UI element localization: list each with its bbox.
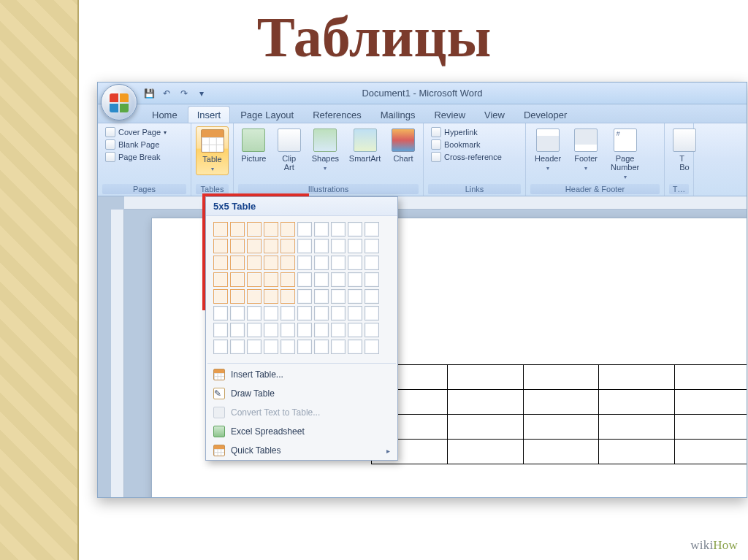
grid-cell[interactable] xyxy=(297,306,312,321)
insert-table-menu-item[interactable]: Insert Table... xyxy=(206,365,397,384)
grid-cell[interactable] xyxy=(348,306,362,321)
grid-cell[interactable] xyxy=(280,239,295,253)
table-grid-picker[interactable] xyxy=(206,216,397,361)
excel-spreadsheet-menu-item[interactable]: Excel Spreadsheet xyxy=(206,422,397,441)
grid-cell[interactable] xyxy=(297,340,312,354)
smartart-button[interactable]: SmartArt xyxy=(346,126,383,165)
grid-cell[interactable] xyxy=(264,323,278,337)
grid-cell[interactable] xyxy=(213,289,228,304)
grid-cell[interactable] xyxy=(264,222,278,237)
tab-view[interactable]: View xyxy=(476,107,514,123)
grid-cell[interactable] xyxy=(331,340,346,354)
grid-cell[interactable] xyxy=(297,272,312,287)
grid-cell[interactable] xyxy=(247,222,262,237)
grid-cell[interactable] xyxy=(264,272,278,287)
grid-cell[interactable] xyxy=(348,222,362,237)
grid-cell[interactable] xyxy=(247,323,262,337)
grid-cell[interactable] xyxy=(247,239,262,253)
grid-cell[interactable] xyxy=(365,239,379,253)
grid-cell[interactable] xyxy=(365,289,379,304)
blank-page-button[interactable]: Blank Page xyxy=(102,139,169,150)
tab-insert[interactable]: Insert xyxy=(188,106,231,123)
grid-cell[interactable] xyxy=(213,340,228,354)
grid-cell[interactable] xyxy=(264,306,278,321)
grid-cell[interactable] xyxy=(280,306,295,321)
grid-cell[interactable] xyxy=(297,222,312,237)
grid-cell[interactable] xyxy=(230,306,245,321)
grid-cell[interactable] xyxy=(314,323,329,337)
redo-icon[interactable]: ↷ xyxy=(178,88,190,99)
page-number-button[interactable]: Page Number xyxy=(606,126,644,183)
grid-cell[interactable] xyxy=(280,256,295,270)
grid-cell[interactable] xyxy=(348,272,362,287)
cover-page-button[interactable]: Cover Page ▾ xyxy=(102,126,169,138)
grid-cell[interactable] xyxy=(365,340,379,354)
grid-cell[interactable] xyxy=(331,323,346,337)
grid-cell[interactable] xyxy=(365,272,379,287)
hyperlink-button[interactable]: Hyperlink xyxy=(428,126,505,138)
grid-cell[interactable] xyxy=(348,323,362,337)
grid-cell[interactable] xyxy=(280,323,295,337)
grid-cell[interactable] xyxy=(348,256,362,270)
grid-cell[interactable] xyxy=(280,289,295,304)
draw-table-menu-item[interactable]: ✎ Draw Table xyxy=(206,384,397,403)
grid-cell[interactable] xyxy=(213,323,228,337)
grid-cell[interactable] xyxy=(297,239,312,253)
grid-cell[interactable] xyxy=(230,340,245,354)
footer-button[interactable]: Footer xyxy=(570,126,602,174)
grid-cell[interactable] xyxy=(314,306,329,321)
grid-cell[interactable] xyxy=(280,272,295,287)
picture-button[interactable]: Picture xyxy=(238,126,270,165)
grid-cell[interactable] xyxy=(264,289,278,304)
page-break-button[interactable]: Page Break xyxy=(102,151,169,163)
grid-cell[interactable] xyxy=(213,239,228,253)
chart-button[interactable]: Chart xyxy=(388,126,419,165)
grid-cell[interactable] xyxy=(365,256,379,270)
shapes-button[interactable]: Shapes xyxy=(309,126,342,174)
grid-cell[interactable] xyxy=(264,340,278,354)
grid-cell[interactable] xyxy=(331,289,346,304)
grid-cell[interactable] xyxy=(348,340,362,354)
grid-cell[interactable] xyxy=(264,256,278,270)
undo-icon[interactable]: ↶ xyxy=(161,88,172,99)
inserted-table[interactable] xyxy=(371,364,747,464)
grid-cell[interactable] xyxy=(314,256,329,270)
grid-cell[interactable] xyxy=(297,289,312,304)
grid-cell[interactable] xyxy=(331,239,346,253)
clip-art-button[interactable]: Clip Art xyxy=(274,126,305,174)
grid-cell[interactable] xyxy=(230,323,245,337)
grid-cell[interactable] xyxy=(280,222,295,237)
grid-cell[interactable] xyxy=(280,340,295,354)
grid-cell[interactable] xyxy=(348,289,362,304)
grid-cell[interactable] xyxy=(247,272,262,287)
grid-cell[interactable] xyxy=(297,323,312,337)
tab-mailings[interactable]: Mailings xyxy=(372,107,424,123)
tab-developer[interactable]: Developer xyxy=(515,107,576,123)
grid-cell[interactable] xyxy=(230,256,245,270)
grid-cell[interactable] xyxy=(365,306,379,321)
office-button[interactable] xyxy=(101,84,137,120)
grid-cell[interactable] xyxy=(314,222,329,237)
grid-cell[interactable] xyxy=(314,272,329,287)
grid-cell[interactable] xyxy=(213,272,228,287)
grid-cell[interactable] xyxy=(331,256,346,270)
grid-cell[interactable] xyxy=(331,272,346,287)
grid-cell[interactable] xyxy=(247,340,262,354)
vertical-ruler[interactable] xyxy=(111,210,124,497)
grid-cell[interactable] xyxy=(230,222,245,237)
quick-tables-menu-item[interactable]: Quick Tables ▸ xyxy=(206,441,397,460)
grid-cell[interactable] xyxy=(247,289,262,304)
grid-cell[interactable] xyxy=(213,256,228,270)
tab-page-layout[interactable]: Page Layout xyxy=(232,107,302,123)
grid-cell[interactable] xyxy=(365,323,379,337)
grid-cell[interactable] xyxy=(213,306,228,321)
header-button[interactable]: Header xyxy=(530,126,565,174)
grid-cell[interactable] xyxy=(264,239,278,253)
grid-cell[interactable] xyxy=(247,306,262,321)
grid-cell[interactable] xyxy=(230,272,245,287)
grid-cell[interactable] xyxy=(314,239,329,253)
text-box-button[interactable]: T Bo xyxy=(669,126,700,174)
tab-home[interactable]: Home xyxy=(143,107,186,123)
grid-cell[interactable] xyxy=(314,340,329,354)
grid-cell[interactable] xyxy=(331,306,346,321)
